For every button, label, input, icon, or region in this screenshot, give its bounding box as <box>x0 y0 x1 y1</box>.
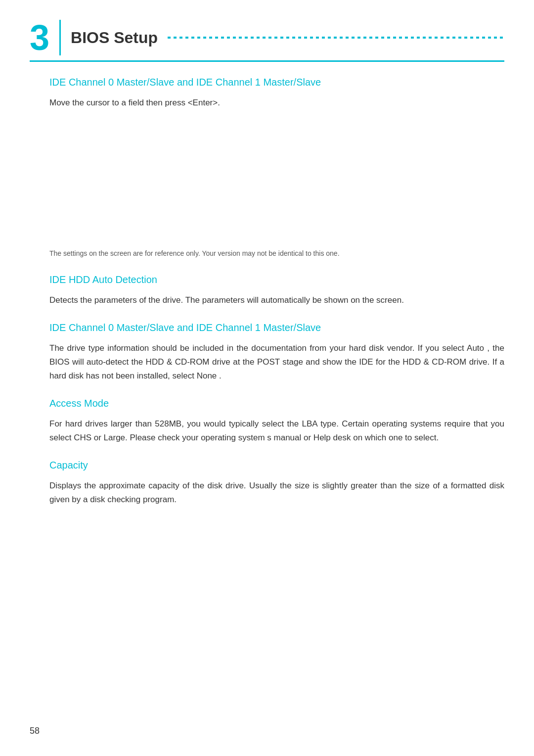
page-content: IDE Channel 0 Master/Slave and IDE Chann… <box>30 77 504 507</box>
section-body-ide-channel-second: The drive type information should be inc… <box>49 341 504 383</box>
section-body-ide-hdd-auto: Detects the parameters of the drive. The… <box>49 293 504 307</box>
page-title: BIOS Setup <box>71 29 158 47</box>
page-header: 3 BIOS Setup <box>30 20 504 62</box>
header-dots-decoration <box>168 37 504 39</box>
section-body-access-mode: For hard drives larger than 528MB, you w… <box>49 417 504 445</box>
chapter-number: 3 <box>30 20 61 55</box>
section-heading-ide-hdd-auto: IDE HDD Auto Detection <box>49 274 504 285</box>
section-body-capacity: Displays the approximate capacity of the… <box>49 479 504 507</box>
section-heading-ide-channel-first: IDE Channel 0 Master/Slave and IDE Chann… <box>49 77 504 88</box>
page-number: 58 <box>30 726 40 736</box>
section-heading-ide-channel-second: IDE Channel 0 Master/Slave and IDE Chann… <box>49 322 504 333</box>
section-heading-capacity: Capacity <box>49 460 504 471</box>
section-heading-access-mode: Access Mode <box>49 398 504 409</box>
header-title-area: BIOS Setup <box>71 29 504 47</box>
notice-text: The settings on the screen are for refer… <box>49 248 504 259</box>
section-body-ide-channel-first: Move the cursor to a field then press <E… <box>49 96 504 110</box>
page-container: 3 BIOS Setup IDE Channel 0 Master/Slave … <box>0 0 534 756</box>
